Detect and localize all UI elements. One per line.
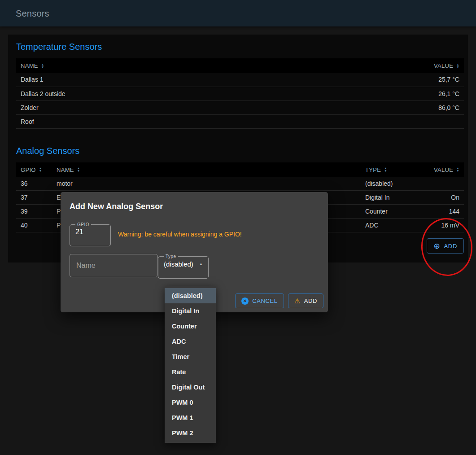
table-cell: 36: [16, 177, 52, 191]
type-select-value: (disabled): [164, 260, 193, 268]
gpio-field-label: GPIO: [75, 222, 91, 227]
column-label: GPIO: [21, 166, 36, 173]
sort-icon: ▲▼: [456, 63, 459, 69]
dropdown-option[interactable]: Rate: [165, 364, 216, 380]
table-cell: 144: [421, 205, 464, 219]
table-cell: 37: [16, 191, 52, 205]
table-cell: Counter: [361, 205, 421, 219]
table-cell: [421, 177, 464, 191]
sort-icon: ▲▼: [39, 167, 42, 172]
table-cell: Digital In: [361, 191, 421, 205]
table-row: Dallas 125,7 °C: [16, 73, 464, 87]
cancel-button-label: CANCEL: [252, 298, 277, 304]
type-dropdown: (disabled)Digital InCounterADCTimerRateD…: [165, 286, 216, 443]
add-analog-sensor-button[interactable]: ⊕ ADD: [427, 238, 464, 254]
table-cell: 16 mV: [421, 219, 464, 232]
dropdown-option[interactable]: Digital Out: [165, 380, 216, 395]
gpio-field[interactable]: GPIO: [70, 222, 111, 246]
dropdown-option[interactable]: PWM 2: [165, 425, 216, 441]
column-header-value[interactable]: VALUE ▲▼: [410, 58, 464, 73]
sort-icon: ▲▼: [384, 167, 387, 172]
dropdown-option[interactable]: Timer: [165, 349, 216, 364]
table-cell: Zolder: [16, 101, 410, 114]
dialog-footer: ✕ CANCEL ⚠ ADD: [235, 293, 323, 308]
type-select-label: Type: [164, 254, 178, 259]
dropdown-option[interactable]: PWM 1: [165, 410, 216, 425]
dropdown-option[interactable]: ADC: [165, 334, 216, 349]
table-cell: (disabled): [361, 177, 421, 191]
column-label: VALUE: [434, 62, 453, 69]
cancel-button[interactable]: ✕ CANCEL: [235, 293, 284, 308]
table-header-row: GPIO ▲▼ NAME ▲▼ TYPE ▲▼: [16, 162, 464, 177]
table-cell: 26,1 °C: [410, 87, 464, 101]
table-cell: On: [421, 191, 464, 205]
gpio-warning-text: Warning: be careful when assigning a GPI…: [118, 231, 242, 238]
table-row: 36motor(disabled): [16, 177, 464, 191]
sort-icon: ▲▼: [456, 167, 459, 172]
analog-section-title: Analog Sensors: [16, 146, 464, 156]
add-button-label: ADD: [444, 243, 457, 249]
table-cell: [410, 114, 464, 128]
table-cell: 40: [16, 219, 52, 232]
temperature-table: NAME ▲▼ VALUE ▲▼ Dallas 125,7 °CDallas 2…: [16, 58, 464, 129]
dialog-add-button-label: ADD: [304, 298, 317, 304]
column-header-gpio[interactable]: GPIO ▲▼: [16, 162, 52, 177]
sort-icon: ▲▼: [77, 167, 80, 172]
dialog-title: Add New Analog Sensor: [70, 192, 319, 211]
table-cell: Roof: [16, 114, 410, 128]
top-bar: Sensors: [0, 0, 476, 26]
caret-up-icon: ▲: [199, 262, 203, 266]
dropdown-option[interactable]: Digital In: [165, 303, 216, 319]
table-row: Roof: [16, 114, 464, 128]
column-header-value[interactable]: VALUE ▲▼: [421, 162, 464, 177]
temperature-section-title: Temperature Sensors: [16, 42, 464, 52]
column-header-name[interactable]: NAME ▲▼: [16, 58, 410, 73]
column-header-type[interactable]: TYPE ▲▼: [361, 162, 421, 177]
table-header-row: NAME ▲▼ VALUE ▲▼: [16, 58, 464, 73]
column-label: TYPE: [365, 166, 381, 173]
table-row: Dallas 2 outside26,1 °C: [16, 87, 464, 101]
dialog-add-button[interactable]: ⚠ ADD: [288, 293, 323, 308]
dropdown-option[interactable]: (disabled): [165, 288, 216, 303]
table-cell: Dallas 2 outside: [16, 87, 410, 101]
add-circle-icon: ⊕: [433, 242, 440, 250]
dropdown-option[interactable]: PWM 0: [165, 395, 216, 410]
sort-icon: ▲▼: [41, 63, 44, 69]
table-cell: Dallas 1: [16, 73, 410, 87]
table-row: Zolder86,0 °C: [16, 101, 464, 114]
table-cell: 86,0 °C: [410, 101, 464, 114]
column-header-name[interactable]: NAME ▲▼: [52, 162, 361, 177]
cancel-icon: ✕: [241, 298, 249, 305]
column-label: VALUE: [434, 166, 453, 173]
warning-triangle-icon: ⚠: [294, 298, 301, 304]
page-title: Sensors: [16, 8, 49, 18]
table-cell: ADC: [361, 219, 421, 232]
type-select[interactable]: Type (disabled) ▲: [158, 254, 209, 279]
temperature-table-body: Dallas 125,7 °CDallas 2 outside26,1 °CZo…: [16, 73, 464, 128]
table-cell: 25,7 °C: [410, 73, 464, 87]
dropdown-option[interactable]: Counter: [165, 319, 216, 334]
gpio-input[interactable]: [75, 227, 105, 236]
table-cell: 39: [16, 205, 52, 219]
name-input[interactable]: [70, 254, 158, 277]
column-label: NAME: [57, 166, 74, 173]
column-label: NAME: [21, 62, 38, 69]
table-cell: motor: [52, 177, 361, 191]
